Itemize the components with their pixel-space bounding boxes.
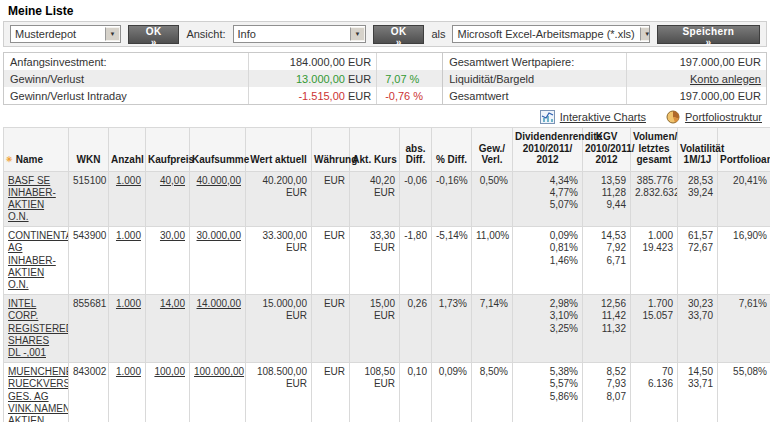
cell-gew-verl: 11,00% (472, 227, 513, 295)
col-header-wert-aktuell[interactable]: Wert aktuell (246, 128, 312, 172)
anzahl-link[interactable]: 1.000 (116, 298, 141, 309)
summary-label: Anfangsinvestment: (4, 56, 248, 68)
pie-chart-icon (666, 110, 680, 124)
table-row: BASF SE INHABER-AKTIEN O.N.5151001.00040… (4, 171, 770, 227)
ok-view-button[interactable]: OK » (373, 25, 424, 44)
summary-value: 13.000,00EUR (248, 70, 376, 87)
cell-gew-verl: 8,50% (472, 363, 513, 422)
cell-volumen: 1.00019.423 (631, 227, 678, 295)
kaufsumme-link[interactable]: 14.000,00 (197, 298, 242, 309)
cell-waehrung: EUR (312, 295, 350, 363)
summary-box: Anfangsinvestment: 184.000,00EUR Gewinn/… (3, 52, 767, 105)
cell-wert-aktuell: 40.200,00 EUR (246, 171, 312, 227)
cell-name: INTEL CORP. REGISTERED SHARES DL -,001 (4, 295, 69, 363)
kaufsumme-link[interactable]: 40.000,00 (197, 175, 242, 186)
portfolio-structure-label[interactable]: Portfoliostruktur (685, 111, 762, 123)
cell-dividendenrendite: 2,98%3,10%3,25% (513, 295, 583, 363)
interactive-charts-link[interactable]: Interaktive Charts (540, 110, 646, 124)
summary-percent: -0,76 % (376, 87, 442, 104)
cell-waehrung: EUR (312, 227, 350, 295)
summary-row: Gesamtwert 197.000,00 EUR (443, 87, 766, 104)
interactive-charts-label[interactable]: Interaktive Charts (560, 111, 646, 123)
export-format-select[interactable]: Microsoft Excel-Arbeitsmappe (*.xls) ▼ (452, 25, 649, 43)
name-link[interactable]: MUENCHENER RUECKVERS.-GES. AG VINK.NAMEN… (8, 366, 69, 422)
speichern-button[interactable]: Speichern » (657, 25, 760, 44)
col-header-akt-kurs[interactable]: Akt. Kurs (350, 128, 400, 172)
toolbar: Musterdepot ▼ OK » Ansicht: Info ▼ OK » … (3, 21, 767, 47)
export-format-value: Microsoft Excel-Arbeitsmappe (*.xls) (457, 28, 634, 40)
cell-anzahl: 1.000 (109, 295, 146, 363)
cell-akt-kurs: 15,00 EUR (350, 295, 400, 363)
summary-right: Gesamtwert Wertpapiere: 197.000,00 EUR L… (442, 53, 766, 104)
cell-wkn: 843002 (69, 363, 109, 422)
chevron-down-icon: ▼ (105, 27, 120, 41)
portfolio-table-body: BASF SE INHABER-AKTIEN O.N.5151001.00040… (4, 171, 770, 422)
cell-pct-diff: -5,14% (432, 227, 472, 295)
cell-name: CONTINENTAL AG INHABER-AKTIEN O.N. (4, 227, 69, 295)
name-link[interactable]: CONTINENTAL AG INHABER-AKTIEN O.N. (8, 230, 69, 290)
col-header-dividendenrendite[interactable]: Dividendenrendite 2010/2011/ 2012 (513, 128, 583, 172)
anzahl-link[interactable]: 1.000 (116, 175, 141, 186)
cell-volatilitaet: 14,5033,71 (678, 363, 718, 422)
view-select[interactable]: Info ▼ (233, 25, 367, 43)
name-link[interactable]: INTEL CORP. REGISTERED SHARES DL -,001 (8, 298, 69, 358)
cell-kaufpreis: 30,00 (146, 227, 190, 295)
line-chart-icon (540, 110, 555, 124)
chevron-down-icon: ▼ (640, 27, 650, 41)
col-header-waehrung[interactable]: Währung (312, 128, 350, 172)
anzahl-link[interactable]: 1.000 (116, 366, 141, 377)
als-label: als (431, 28, 445, 40)
col-header-kaufsumme[interactable]: Kaufsumme (190, 128, 246, 172)
cell-wert-aktuell: 108.500,00 EUR (246, 363, 312, 422)
col-header-pct-diff[interactable]: % Diff. (432, 128, 472, 172)
cell-pct-diff: -0,16% (432, 171, 472, 227)
cell-abs-diff: 0,26 (400, 295, 432, 363)
summary-value: Konto anlegen (626, 70, 766, 87)
summary-percent (376, 53, 442, 70)
cell-abs-diff: -1,80 (400, 227, 432, 295)
kaufpreis-link[interactable]: 100,00 (154, 366, 185, 377)
links-row: Interaktive Charts Portfoliostruktur (2, 105, 768, 127)
summary-label: Gewinn/Verlust Intraday (4, 90, 248, 102)
cell-name: BASF SE INHABER-AKTIEN O.N. (4, 171, 69, 227)
konto-anlegen-link[interactable]: Konto anlegen (690, 73, 761, 85)
cell-abs-diff: -0,06 (400, 171, 432, 227)
kaufpreis-link[interactable]: 14,00 (160, 298, 185, 309)
col-header-portfolioanteil[interactable]: Portfolioanteil (718, 128, 770, 172)
summary-percent: 7,07 % (376, 70, 442, 87)
anzahl-link[interactable]: 1.000 (116, 230, 141, 241)
cell-volatilitaet: 28,5339,24 (678, 171, 718, 227)
sort-icon[interactable]: ✳ (6, 155, 13, 164)
cell-kgv: 12,5611,4211,32 (583, 295, 631, 363)
ok-depot-button[interactable]: OK » (128, 25, 179, 44)
summary-value: -1.515,00EUR (248, 87, 376, 104)
cell-volumen: 706.136 (631, 363, 678, 422)
col-header-volatilitaet[interactable]: Volatilität 1M/1J (678, 128, 718, 172)
col-header-anzahl[interactable]: Anzahl (109, 128, 146, 172)
depot-select[interactable]: Musterdepot ▼ (10, 25, 121, 43)
cell-anzahl: 1.000 (109, 227, 146, 295)
summary-value: 197.000,00 EUR (626, 87, 766, 104)
page: Meine Liste Musterdepot ▼ OK » Ansicht: … (0, 0, 770, 422)
col-header-volumen[interactable]: Volumen/ letztes gesamt (631, 128, 678, 172)
cell-volatilitaet: 61,5772,67 (678, 227, 718, 295)
summary-label: Liquidität/Bargeld (443, 73, 626, 85)
kaufpreis-link[interactable]: 40,00 (160, 175, 185, 186)
portfolio-structure-link[interactable]: Portfoliostruktur (666, 110, 762, 124)
col-header-abs-diff[interactable]: abs. Diff. (400, 128, 432, 172)
cell-akt-kurs: 33,30 EUR (350, 227, 400, 295)
portfolio-table: ✳NameWKNAnzahlKaufpreisKaufsummeWert akt… (3, 127, 770, 422)
cell-kaufsumme: 30.000,00 (190, 227, 246, 295)
kaufsumme-link[interactable]: 100.000,00 (194, 366, 244, 377)
kaufpreis-link[interactable]: 30,00 (160, 230, 185, 241)
cell-volumen: 385.7762.832.632 (631, 171, 678, 227)
col-header-wkn[interactable]: WKN (69, 128, 109, 172)
cell-akt-kurs: 108,50 EUR (350, 363, 400, 422)
depot-select-value: Musterdepot (15, 28, 76, 40)
col-header-name[interactable]: ✳Name (4, 128, 69, 172)
col-header-kaufpreis[interactable]: Kaufpreis (146, 128, 190, 172)
col-header-gew-verl[interactable]: Gew./ Verl. (472, 128, 513, 172)
cell-kaufpreis: 100,00 (146, 363, 190, 422)
kaufsumme-link[interactable]: 30.000,00 (197, 230, 242, 241)
name-link[interactable]: BASF SE INHABER-AKTIEN O.N. (8, 175, 56, 223)
